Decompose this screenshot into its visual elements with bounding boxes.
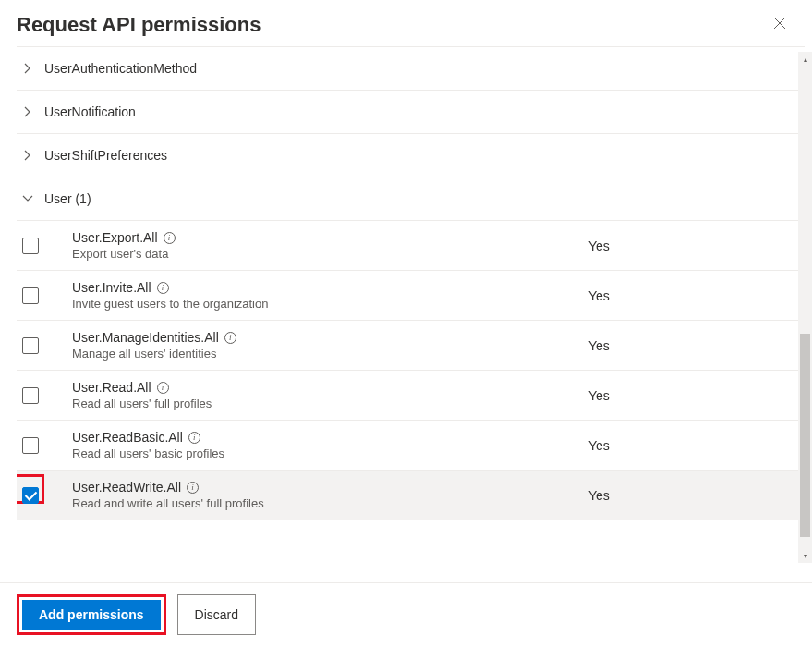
group-user[interactable]: User (1): [17, 177, 805, 221]
permission-text: User.ManageIdentities.Alli Manage all us…: [59, 330, 588, 361]
info-icon[interactable]: i: [188, 432, 200, 444]
group-label: UserAuthenticationMethod: [44, 61, 197, 76]
chevron-down-icon: [20, 191, 35, 206]
chevron-right-icon: [20, 148, 35, 163]
permission-text: User.ReadWrite.Alli Read and write all u…: [59, 480, 588, 510]
permission-description: Manage all users' identities: [72, 347, 579, 361]
permissions-list: UserAuthenticationMethod UserNotificatio…: [17, 46, 805, 564]
admin-consent-value: Yes: [588, 338, 801, 353]
permission-name: User.Invite.All: [72, 280, 151, 295]
permission-text: User.ReadBasic.Alli Read all users' basi…: [59, 430, 588, 460]
admin-consent-value: Yes: [588, 238, 801, 253]
permission-description: Read all users' basic profiles: [72, 446, 579, 460]
admin-consent-value: Yes: [588, 488, 801, 503]
permission-row[interactable]: User.Export.Alli Export user's data Yes: [17, 221, 805, 271]
permission-row[interactable]: User.Read.Alli Read all users' full prof…: [17, 371, 805, 421]
permission-name: User.Read.All: [72, 380, 151, 395]
info-icon[interactable]: i: [187, 482, 199, 494]
group-userauthenticationmethod[interactable]: UserAuthenticationMethod: [17, 47, 805, 91]
add-permissions-button[interactable]: Add permissions: [22, 600, 161, 630]
chevron-right-icon: [20, 104, 35, 119]
group-usershiftpreferences[interactable]: UserShiftPreferences: [17, 134, 805, 177]
page-title: Request API permissions: [17, 13, 261, 37]
highlight-annotation: Add permissions: [17, 594, 166, 635]
admin-consent-value: Yes: [588, 438, 801, 453]
permission-row[interactable]: User.ManageIdentities.Alli Manage all us…: [17, 321, 805, 371]
content-area: UserAuthenticationMethod UserNotificatio…: [0, 46, 812, 564]
group-label: UserNotification: [44, 104, 136, 119]
permission-name: User.ReadBasic.All: [72, 430, 183, 445]
scrollbar-track[interactable]: ▴ ▾: [798, 52, 812, 563]
scroll-down-arrow[interactable]: ▾: [798, 548, 812, 563]
permission-description: Read and write all users' full profiles: [72, 496, 579, 510]
scrollbar-thumb[interactable]: [800, 334, 810, 537]
group-label: User (1): [44, 191, 91, 206]
panel-header: Request API permissions: [0, 0, 812, 46]
permission-name: User.ReadWrite.All: [72, 480, 181, 495]
close-button[interactable]: [766, 13, 794, 37]
permission-checkbox[interactable]: [22, 387, 39, 404]
info-icon[interactable]: i: [157, 282, 169, 294]
close-icon: [773, 17, 786, 30]
permission-text: User.Export.Alli Export user's data: [59, 230, 588, 261]
permission-checkbox[interactable]: [22, 437, 39, 454]
permission-row[interactable]: User.ReadBasic.Alli Read all users' basi…: [17, 421, 805, 471]
permission-checkbox[interactable]: [22, 337, 39, 354]
permission-description: Export user's data: [72, 247, 579, 261]
permission-description: Invite guest users to the organization: [72, 297, 579, 311]
admin-consent-value: Yes: [588, 288, 801, 303]
discard-button[interactable]: Discard: [177, 594, 256, 635]
info-icon[interactable]: i: [224, 332, 236, 344]
group-label: UserShiftPreferences: [44, 148, 167, 163]
permission-description: Read all users' full profiles: [72, 397, 579, 410]
group-usernotification[interactable]: UserNotification: [17, 91, 805, 134]
permission-text: User.Invite.Alli Invite guest users to t…: [59, 280, 588, 311]
admin-consent-value: Yes: [588, 388, 801, 403]
permission-row[interactable]: User.Invite.Alli Invite guest users to t…: [17, 271, 805, 321]
footer-actions: Add permissions Discard: [0, 582, 812, 648]
permission-name: User.Export.All: [72, 230, 158, 245]
chevron-right-icon: [20, 61, 35, 76]
info-icon[interactable]: i: [157, 382, 169, 394]
permission-checkbox[interactable]: [22, 287, 39, 304]
permission-checkbox[interactable]: [22, 487, 39, 504]
permission-name: User.ManageIdentities.All: [72, 330, 219, 345]
scroll-up-arrow[interactable]: ▴: [798, 52, 812, 67]
permission-text: User.Read.Alli Read all users' full prof…: [59, 380, 588, 410]
permission-row-selected[interactable]: User.ReadWrite.Alli Read and write all u…: [17, 471, 805, 520]
info-icon[interactable]: i: [164, 232, 176, 244]
permission-checkbox[interactable]: [22, 238, 39, 254]
